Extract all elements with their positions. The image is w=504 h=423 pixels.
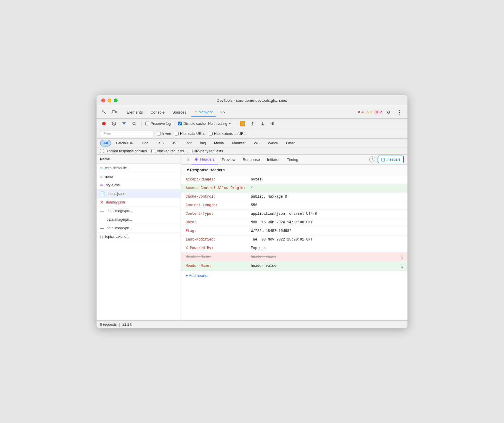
file-item-1[interactable]: ≡ none: [97, 172, 181, 181]
title-bar: DevTools - cors-demo-devtools.glitch.me/: [97, 95, 407, 106]
file-item-8[interactable]: {} topics-taxono...: [97, 233, 181, 241]
file-item-7[interactable]: — data:image/pn...: [97, 224, 181, 233]
file-name-4: dummy.json: [106, 200, 125, 204]
hide-extension-urls-label[interactable]: Hide extension URLs: [209, 132, 248, 136]
traffic-lights: [101, 99, 118, 102]
header-row-3: Content-Length: 556: [181, 201, 407, 210]
filter-btn[interactable]: [120, 120, 128, 127]
file-item-5[interactable]: — data:image/pn...: [97, 207, 181, 215]
third-party-checkbox[interactable]: [189, 149, 192, 153]
type-btn-wasm[interactable]: Wasm: [265, 140, 281, 146]
fullscreen-button[interactable]: [114, 99, 118, 102]
type-btn-other[interactable]: Other: [283, 140, 298, 146]
file-item-2[interactable]: ✏ style.css: [97, 181, 181, 190]
minimize-button[interactable]: [107, 99, 111, 102]
separator: [142, 121, 142, 127]
file-item-4[interactable]: ✕ dummy.json: [97, 198, 181, 207]
filter-row: Invert Hide data URLs Hide extension URL…: [97, 129, 407, 139]
tab-bar: Elements Console Sources ⚠Network >> ✕ 4…: [97, 106, 407, 119]
type-btn-js[interactable]: JS: [169, 140, 179, 146]
network-settings-icon[interactable]: ⚙: [269, 120, 277, 127]
clear-btn[interactable]: [110, 120, 118, 127]
tab-response[interactable]: Response: [239, 155, 264, 164]
blocked-cookies-checkbox[interactable]: [100, 149, 104, 153]
file-icon-topics: {}: [100, 234, 103, 239]
header-row-4: Content-Type: application/json; charset=…: [181, 210, 407, 218]
type-btn-all[interactable]: All: [100, 140, 111, 146]
add-header-btn[interactable]: + Add header: [181, 271, 214, 280]
filter-input[interactable]: [100, 130, 153, 137]
type-btn-img[interactable]: Img: [197, 140, 209, 146]
header-key-7: Last-Modified:: [186, 238, 251, 242]
header-key-4: Content-Type:: [186, 212, 251, 216]
help-icon[interactable]: ?: [369, 156, 375, 162]
preserve-log-checkbox[interactable]: [145, 122, 149, 125]
file-item-6[interactable]: — data:image/pn...: [97, 215, 181, 224]
type-btn-media[interactable]: Media: [211, 140, 227, 146]
tab-sources[interactable]: Sources: [169, 108, 190, 116]
search-btn[interactable]: [130, 120, 138, 127]
header-row-8: X-Powered-By: Express: [181, 244, 407, 253]
header-value-1: *: [251, 186, 253, 190]
info-icon-10[interactable]: ℹ: [401, 264, 403, 269]
file-icon-doc: ≡: [100, 166, 102, 170]
blocked-requests-checkbox[interactable]: [151, 149, 155, 153]
close-button[interactable]: [101, 99, 105, 102]
separator2: [174, 121, 174, 127]
tab-console[interactable]: Console: [147, 108, 168, 116]
tab-headers[interactable]: Headers: [192, 155, 218, 164]
panel-close-btn[interactable]: ×: [184, 155, 192, 164]
more-icon[interactable]: ⋮: [395, 108, 404, 116]
header-row-10: Header-Name: header value ℹ: [181, 262, 407, 271]
blocked-cookies-label[interactable]: Blocked response cookies: [100, 149, 147, 153]
header-key-2: Cache-Control:: [186, 195, 251, 199]
file-icon-data-0: —: [100, 209, 104, 213]
chevron-down-icon: ▼: [228, 122, 231, 125]
tab-timing[interactable]: Timing: [283, 155, 302, 164]
headers-file-btn[interactable]: .headers: [378, 156, 404, 163]
preserve-log-label[interactable]: Preserve log: [145, 122, 171, 126]
tab-elements[interactable]: Elements: [123, 108, 146, 116]
header-value-4: application/json; charset=UTF-8: [251, 212, 317, 216]
tab-initiator[interactable]: Initiator: [264, 155, 283, 164]
type-btn-fetch-xhr[interactable]: Fetch/XHR: [113, 140, 137, 146]
header-row-0: Accept-Ranges: bytes: [181, 175, 407, 184]
header-key-6: Etag:: [186, 229, 251, 233]
type-btn-css[interactable]: CSS: [153, 140, 167, 146]
svg-point-3: [102, 122, 106, 125]
header-value-3: 556: [251, 203, 257, 207]
third-party-label[interactable]: 3rd-party requests: [189, 149, 223, 153]
file-item-3[interactable]: 📄 todos.json: [97, 190, 181, 198]
tab-more[interactable]: >>: [217, 108, 228, 116]
tab-preview[interactable]: Preview: [218, 155, 239, 164]
invert-checkbox[interactable]: [157, 132, 161, 135]
type-btn-doc[interactable]: Doc: [139, 140, 151, 146]
invert-label[interactable]: Invert: [157, 132, 171, 136]
header-row-5: Date: Mon, 15 Jan 2024 14:51:08 GMT: [181, 218, 407, 227]
device-icon[interactable]: [110, 108, 118, 116]
hide-data-urls-checkbox[interactable]: [175, 132, 179, 135]
type-btn-font[interactable]: Font: [181, 140, 195, 146]
hide-extension-urls-checkbox[interactable]: [209, 132, 213, 135]
status-bar: 9 requests | 21.1 k: [97, 320, 407, 328]
file-name-7: data:image/pn...: [107, 226, 132, 230]
file-item-0[interactable]: ≡ cors-demo-de...: [97, 164, 181, 172]
header-key-3: Content-Length:: [186, 203, 251, 207]
headers-panel: × Headers Preview Response Initiator Tim…: [181, 155, 407, 320]
type-btn-ws[interactable]: WS: [251, 140, 263, 146]
blocked-requests-label[interactable]: Blocked requests: [151, 149, 184, 153]
inspect-icon[interactable]: [100, 108, 108, 116]
wifi-icon[interactable]: 📶: [239, 120, 246, 127]
stop-recording-btn[interactable]: [100, 120, 108, 127]
file-name-2: style.css: [106, 183, 120, 187]
type-btn-manifest[interactable]: Manifest: [229, 140, 249, 146]
download-btn[interactable]: [259, 120, 267, 127]
upload-btn[interactable]: [249, 120, 256, 127]
disable-cache-checkbox[interactable]: [178, 122, 182, 125]
tab-network[interactable]: ⚠Network: [191, 108, 216, 117]
settings-icon[interactable]: ⚙: [384, 108, 393, 116]
info-icon-9[interactable]: ℹ: [401, 255, 403, 259]
file-name-0: cors-demo-de...: [105, 166, 130, 170]
disable-cache-label[interactable]: Disable cache: [178, 122, 206, 126]
hide-data-urls-label[interactable]: Hide data URLs: [175, 132, 205, 136]
